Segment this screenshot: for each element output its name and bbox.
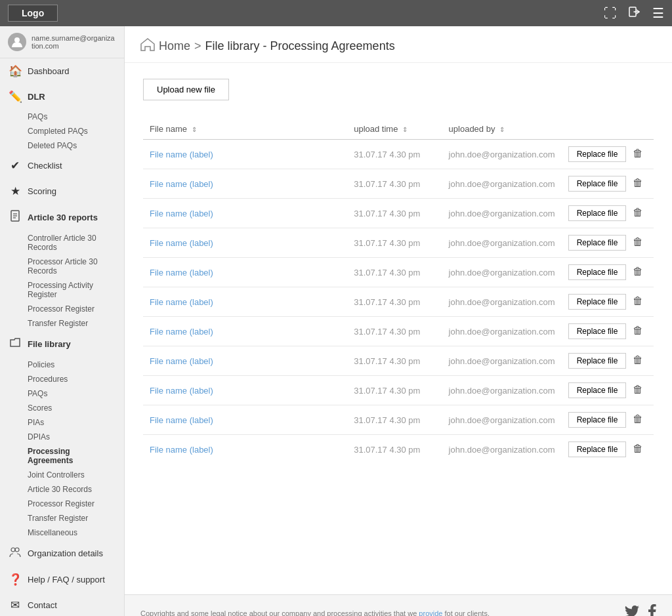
file-link[interactable]: File name (label): [150, 268, 213, 277]
cell-upload-time: 31.07.17 4.30 pm: [347, 199, 442, 228]
cell-filename: File name (label): [143, 346, 347, 376]
file-link[interactable]: File name (label): [150, 327, 213, 337]
sidebar-item-label-scoring: Scoring: [28, 186, 56, 196]
logout-icon[interactable]: [627, 5, 642, 22]
logo: Logo: [8, 5, 58, 22]
file-link[interactable]: File name (label): [150, 445, 213, 455]
file-link[interactable]: File name (label): [150, 150, 213, 159]
sidebar-item-dashboard[interactable]: 🏠 Dashboard: [0, 58, 124, 84]
delete-file-button[interactable]: 🗑: [629, 176, 647, 190]
sidebar-item-processing-agreements[interactable]: Processing Agreements: [0, 444, 124, 468]
file-table: File name ⇕ upload time ⇕ uploaded by ⇕: [143, 119, 654, 464]
article30-icon: [8, 210, 22, 225]
file-link[interactable]: File name (label): [150, 297, 213, 307]
table-row: File name (label) 31.07.17 4.30 pm john.…: [143, 287, 654, 317]
cell-filename: File name (label): [143, 199, 347, 228]
twitter-icon[interactable]: [625, 606, 639, 616]
sidebar-item-processor-art30[interactable]: Processor Article 30 Records: [0, 255, 124, 278]
replace-file-button[interactable]: Replace file: [568, 353, 627, 369]
replace-file-button[interactable]: Replace file: [568, 382, 627, 398]
user-email: name.surname@organization.com: [32, 34, 116, 50]
file-link[interactable]: File name (label): [150, 179, 213, 189]
sidebar-item-article30-records[interactable]: Article 30 Records: [0, 482, 124, 497]
sort-icon-uploadtime[interactable]: ⇕: [402, 126, 408, 133]
upload-new-file-button[interactable]: Upload new file: [143, 79, 229, 100]
table-row: File name (label) 31.07.17 4.30 pm john.…: [143, 405, 654, 435]
sort-icon-uploadedby[interactable]: ⇕: [499, 126, 505, 133]
file-link[interactable]: File name (label): [150, 238, 213, 248]
sort-icon-filename[interactable]: ⇕: [192, 126, 197, 133]
sidebar-item-procedures[interactable]: Procedures: [0, 372, 124, 386]
sidebar-item-pias[interactable]: PIAs: [0, 415, 124, 430]
delete-file-button[interactable]: 🗑: [629, 146, 647, 161]
cell-actions: Replace file 🗑: [562, 376, 654, 405]
replace-file-button[interactable]: Replace file: [568, 294, 627, 310]
delete-file-button[interactable]: 🗑: [629, 294, 647, 308]
replace-file-button[interactable]: Replace file: [568, 412, 627, 428]
cell-actions: Replace file 🗑: [562, 346, 654, 376]
main-content: Home > File library - Processing Agreeme…: [125, 26, 672, 616]
cell-uploaded-by: john.doe@organization.com: [442, 317, 562, 346]
file-link[interactable]: File name (label): [150, 415, 213, 425]
delete-file-button[interactable]: 🗑: [629, 235, 647, 249]
sidebar-item-transfer-reg[interactable]: Transfer Register: [0, 316, 124, 331]
sidebar-item-processor-register[interactable]: Processor Register: [0, 497, 124, 511]
cell-uploaded-by: john.doe@organization.com: [442, 199, 562, 228]
footer: Copyrights and some legal notice about o…: [125, 594, 672, 616]
replace-file-button[interactable]: Replace file: [568, 264, 627, 280]
cell-filename: File name (label): [143, 228, 347, 258]
replace-file-button[interactable]: Replace file: [568, 176, 627, 192]
sidebar-item-file-library[interactable]: File library: [0, 331, 124, 358]
facebook-icon[interactable]: [648, 604, 656, 616]
delete-file-button[interactable]: 🗑: [629, 441, 647, 456]
sidebar-item-dlr[interactable]: ✏️ DLR: [0, 84, 124, 110]
sidebar-item-joint-controllers[interactable]: Joint Controllers: [0, 468, 124, 482]
sidebar-item-paqs[interactable]: PAQs: [0, 110, 124, 124]
sidebar-item-controller-art30[interactable]: Controller Article 30 Records: [0, 231, 124, 255]
replace-file-button[interactable]: Replace file: [568, 146, 627, 162]
sidebar-item-policies[interactable]: Policies: [0, 358, 124, 372]
sidebar-item-article30[interactable]: Article 30 reports: [0, 204, 124, 231]
delete-file-button[interactable]: 🗑: [629, 264, 647, 279]
sidebar-item-checklist[interactable]: ✔ Checklist: [0, 153, 124, 178]
sidebar-item-transfer-register[interactable]: Transfer Register: [0, 511, 124, 525]
delete-file-button[interactable]: 🗑: [629, 382, 647, 397]
sidebar-item-org-details[interactable]: Organization details: [0, 540, 124, 567]
cell-upload-time: 31.07.17 4.30 pm: [347, 169, 442, 199]
replace-file-button[interactable]: Replace file: [568, 323, 627, 339]
cell-filename: File name (label): [143, 317, 347, 346]
table-row: File name (label) 31.07.17 4.30 pm john.…: [143, 317, 654, 346]
sidebar-item-paqs2[interactable]: PAQs: [0, 386, 124, 401]
file-link[interactable]: File name (label): [150, 386, 213, 396]
delete-file-button[interactable]: 🗑: [629, 353, 647, 367]
sidebar-item-contact[interactable]: ✉ Contact: [0, 592, 124, 616]
replace-file-button[interactable]: Replace file: [568, 235, 627, 251]
sidebar-user: name.surname@organization.com: [0, 26, 124, 58]
sidebar-item-completed-paqs[interactable]: Completed PAQs: [0, 124, 124, 138]
sidebar-item-processor-reg[interactable]: Processor Register: [0, 302, 124, 316]
col-header-actions: [562, 119, 654, 140]
cell-upload-time: 31.07.17 4.30 pm: [347, 435, 442, 464]
fullscreen-icon[interactable]: ⛶: [604, 6, 617, 21]
sidebar-item-help[interactable]: ❓ Help / FAQ / support: [0, 567, 124, 592]
menu-icon[interactable]: ☰: [652, 5, 664, 21]
breadcrumb-home-label[interactable]: Home: [159, 39, 190, 53]
table-row: File name (label) 31.07.17 4.30 pm john.…: [143, 376, 654, 405]
avatar: [8, 33, 26, 51]
file-link[interactable]: File name (label): [150, 356, 213, 366]
replace-file-button[interactable]: Replace file: [568, 205, 627, 221]
delete-file-button[interactable]: 🗑: [629, 412, 647, 426]
delete-file-button[interactable]: 🗑: [629, 323, 647, 338]
delete-file-button[interactable]: 🗑: [629, 205, 647, 220]
sidebar-item-processing-activity[interactable]: Processing Activity Register: [0, 278, 124, 302]
cell-upload-time: 31.07.17 4.30 pm: [347, 258, 442, 287]
cell-actions: Replace file 🗑: [562, 228, 654, 258]
footer-link[interactable]: provide: [419, 609, 442, 617]
replace-file-button[interactable]: Replace file: [568, 441, 627, 457]
sidebar-item-dpias[interactable]: DPIAs: [0, 430, 124, 444]
file-link[interactable]: File name (label): [150, 209, 213, 218]
sidebar-item-scores[interactable]: Scores: [0, 401, 124, 415]
sidebar-item-miscellaneous[interactable]: Miscellaneous: [0, 525, 124, 540]
sidebar-item-scoring[interactable]: ★ Scoring: [0, 178, 124, 204]
sidebar-item-deleted-paqs[interactable]: Deleted PAQs: [0, 138, 124, 153]
